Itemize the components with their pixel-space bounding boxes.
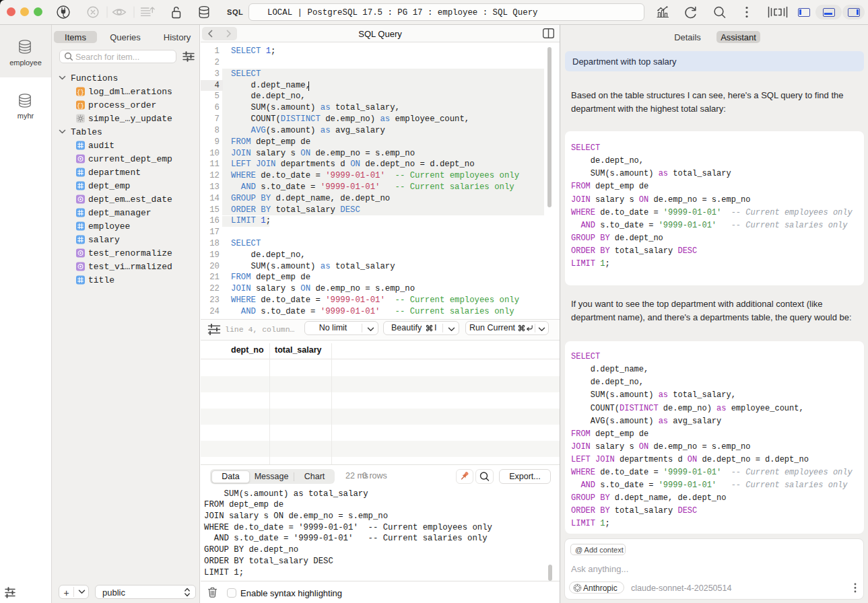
svg-text:{}: {}	[77, 103, 84, 110]
svg-text:{}: {}	[77, 90, 84, 96]
